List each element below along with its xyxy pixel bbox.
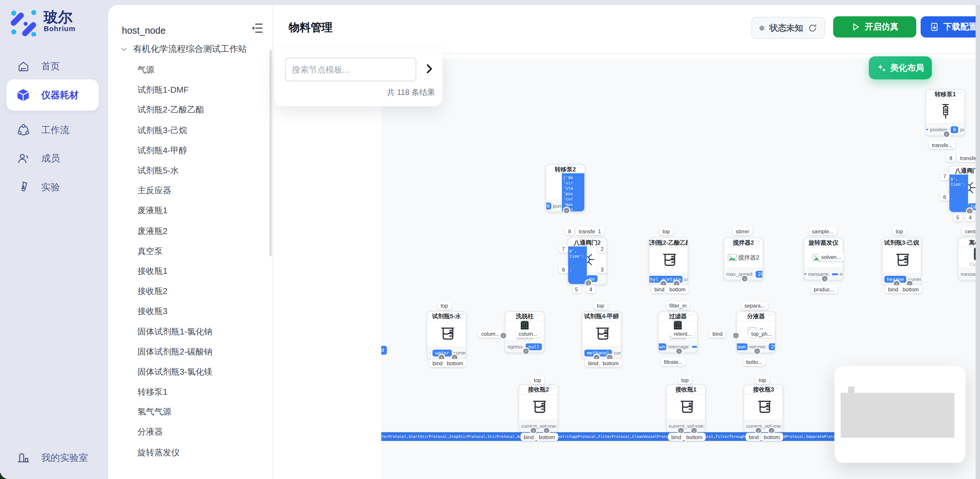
collapse-panel-icon[interactable] [250, 21, 264, 35]
sidebar-item-label: 仪器耗材 [41, 89, 79, 101]
tree-title: host_node [122, 25, 165, 36]
sidebar-item-label: 首页 [41, 60, 60, 72]
brand-name-zh: 玻尔 [44, 9, 75, 25]
sidebar-item-my-lab[interactable]: 我的实验室 [6, 445, 103, 470]
tree-root-label: 有机化学流程综合测试工作站 [133, 44, 247, 55]
sidebar-item-home[interactable]: 首页 [6, 54, 99, 79]
page-header: 物料管理 状态未知 开启仿真 [273, 5, 980, 54]
tree-scrollbar[interactable] [269, 50, 272, 256]
tree-item[interactable]: 固体试剂瓶1-氯化钠 [138, 322, 269, 342]
lab-building-icon [16, 451, 30, 465]
beautify-layout-button[interactable]: 美化布局 [869, 56, 932, 80]
tree-item[interactable]: 气源 [138, 60, 269, 80]
sparkles-icon [877, 63, 886, 73]
status-label: 状态未知 [770, 22, 803, 34]
search-result-count: 共 118 条结果 [387, 88, 435, 98]
experiment-icon [16, 180, 30, 194]
chevron-down-icon [119, 45, 128, 54]
tree-item[interactable]: 真空泵 [138, 241, 269, 261]
download-config-button[interactable]: 下载配置 [921, 16, 980, 38]
brand-logo[interactable]: 玻尔 Bohrium [10, 9, 75, 36]
tree-item[interactable]: 氢气气源 [138, 402, 269, 422]
download-config-label: 下载配置 [943, 21, 977, 33]
tree-item[interactable]: 接收瓶1 [138, 261, 269, 281]
app-window: 玻尔 Bohrium 首页仪器耗材工作流成员实验 我的实验室 有机化学流程综合测… [0, 0, 980, 479]
download-icon [930, 22, 939, 31]
tree-item[interactable]: 废液瓶2 [138, 221, 269, 241]
sidebar-item-cube[interactable]: 仪器耗材 [6, 80, 99, 110]
cube-icon [16, 88, 30, 102]
node-template-search-card: 共 118 条结果 [274, 49, 442, 107]
status-pill[interactable]: 状态未知 [751, 17, 825, 39]
page-scrollbar[interactable] [975, 5, 980, 479]
sidebar-item-label: 工作流 [41, 124, 69, 136]
node-tree-panel: host_node 有机化学流程综合测试工作站 气源试剂瓶1-DMF试剂瓶2-乙… [108, 5, 273, 479]
beautify-layout-label: 美化布局 [890, 62, 924, 73]
tree-item[interactable]: 接收瓶3 [138, 302, 269, 322]
tree-item[interactable]: 分液器 [138, 422, 269, 442]
sidebar-item-label: 我的实验室 [41, 452, 88, 464]
sidebar-item-label: 成员 [41, 152, 60, 164]
tree-item[interactable]: 主反应器 [138, 181, 269, 201]
tree-item[interactable]: 试剂瓶4-甲醇 [138, 141, 269, 161]
sidebar: 玻尔 Bohrium 首页仪器耗材工作流成员实验 我的实验室 [0, 0, 108, 479]
sidebar-item-members[interactable]: 成员 [6, 146, 99, 171]
sidebar-item-experiment[interactable]: 实验 [6, 174, 99, 199]
workflow-icon [16, 123, 30, 137]
members-icon [16, 151, 30, 165]
refresh-icon[interactable] [808, 23, 817, 32]
tree-item[interactable]: 接收瓶2 [138, 282, 269, 302]
sidebar-item-label: 实验 [41, 181, 60, 193]
tree-item[interactable]: 试剂瓶2-乙酸乙酯 [138, 100, 269, 120]
tree-item[interactable]: 试剂瓶3-己烷 [138, 121, 269, 141]
status-dot-icon [759, 25, 764, 30]
minimap[interactable] [834, 366, 966, 463]
expand-chevron-icon[interactable] [425, 64, 435, 75]
sidebar-item-workflow[interactable]: 工作流 [6, 118, 99, 143]
start-simulation-label: 开启仿真 [865, 21, 898, 33]
search-input[interactable] [285, 58, 416, 81]
tree-item[interactable]: 旋转蒸发仪 [138, 442, 269, 463]
tree-item[interactable]: 试剂瓶1-DMF [138, 80, 269, 100]
tree-children: 气源试剂瓶1-DMF试剂瓶2-乙酸乙酯试剂瓶3-己烷试剂瓶4-甲醇试剂瓶5-水主… [138, 60, 269, 463]
tree-item[interactable]: 废液瓶1 [138, 201, 269, 221]
home-icon [16, 59, 30, 73]
tree-item[interactable]: 固体试剂瓶3-氯化镁 [138, 362, 269, 382]
minimap-graph-block [841, 393, 955, 438]
play-icon [851, 22, 859, 31]
tree-item[interactable]: 固体试剂瓶2-碳酸钠 [138, 342, 269, 362]
tree-root-item[interactable]: 有机化学流程综合测试工作站 [119, 44, 247, 55]
bohrium-logo-icon [10, 9, 38, 36]
start-simulation-button[interactable]: 开启仿真 [833, 16, 916, 38]
page-title: 物料管理 [289, 20, 332, 35]
brand-name-en: Bohrium [44, 25, 75, 32]
tree-item[interactable]: 试剂瓶5-水 [138, 161, 269, 181]
tree-item[interactable]: 转移泵1 [138, 382, 269, 402]
